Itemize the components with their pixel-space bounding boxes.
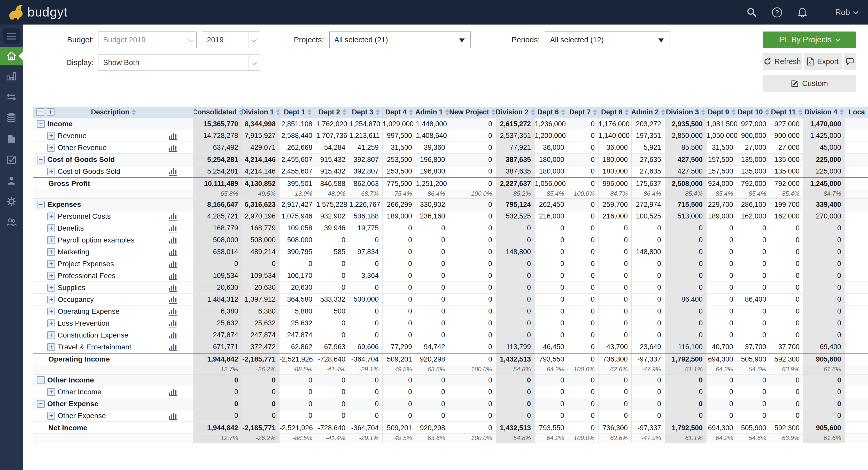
chart-icon[interactable] [168, 248, 178, 256]
column-header-dept-10[interactable]: Dept 10 [737, 107, 770, 118]
column-header-dept-11[interactable]: Dept 11 [770, 107, 803, 118]
chart-icon[interactable] [168, 331, 178, 340]
expand-icon[interactable]: + [47, 248, 55, 256]
sidebar-item-user[interactable] [0, 170, 23, 191]
column-header-dept-8[interactable]: Dept 8 [598, 107, 632, 118]
column-header-dept-7[interactable]: Dept 7 [568, 107, 598, 118]
sidebar-item-bar-chart[interactable] [0, 65, 23, 86]
chart-icon[interactable] [168, 212, 178, 221]
column-header-division-3[interactable]: Division 3 [665, 107, 707, 118]
column-header-division-4[interactable]: Division 4 [803, 107, 845, 118]
collapse-icon[interactable]: − [37, 156, 45, 163]
refresh-button[interactable]: Refresh [763, 53, 802, 70]
column-header-consolidated[interactable]: Consolidated [194, 107, 242, 118]
budget-year-select[interactable]: 2019 [202, 32, 260, 48]
sidebar-item-documents[interactable] [0, 128, 23, 149]
column-header-dept-6[interactable]: Dept 6 [535, 107, 568, 118]
row-other-revenue: +Other Revenue637,492429,071262,66854,28… [33, 142, 868, 154]
value-cell: 0 [803, 293, 845, 305]
expand-icon[interactable]: + [47, 284, 55, 291]
notifications-icon[interactable] [797, 7, 808, 18]
chart-icon[interactable] [168, 387, 178, 397]
user-menu[interactable]: Rob [835, 0, 858, 25]
chart-icon[interactable] [168, 143, 178, 152]
value-cell: 37,700 [770, 341, 803, 353]
column-header-admin-1[interactable]: Admin 1 [416, 107, 449, 118]
expand-icon[interactable]: + [47, 343, 55, 351]
value-cell [845, 317, 868, 329]
value-cell: 0 [665, 306, 707, 317]
display-select[interactable]: Show Both [98, 54, 260, 71]
column-header-dept-4[interactable]: Dept 4 [382, 107, 416, 118]
collapse-icon[interactable]: − [37, 400, 45, 408]
expand-icon[interactable]: + [47, 272, 55, 280]
expand-all-icon[interactable]: + [47, 108, 55, 116]
value-cell: 100.0% [449, 189, 496, 198]
expand-icon[interactable]: + [47, 319, 55, 327]
column-header-new-project[interactable]: New Project [449, 107, 496, 118]
value-cell: 0 [803, 270, 845, 281]
expand-icon[interactable]: + [47, 167, 55, 175]
value-cell: 0 [632, 222, 665, 234]
sidebar-item-users[interactable] [0, 212, 23, 233]
column-header-division-2[interactable]: Division 2 [496, 107, 535, 118]
expand-icon[interactable]: + [47, 213, 55, 220]
custom-button[interactable]: Custom [763, 75, 856, 92]
sidebar-item-transfers[interactable] [0, 86, 23, 107]
chart-icon[interactable] [168, 131, 178, 140]
chart-icon[interactable] [168, 307, 178, 316]
sidebar-item-database[interactable] [0, 107, 23, 128]
column-header-dept-1[interactable]: Dept 1 [280, 107, 316, 118]
sidebar-item-home[interactable] [0, 47, 23, 65]
collapse-all-icon[interactable]: − [36, 108, 44, 116]
sort-icon [731, 109, 736, 116]
chart-icon[interactable] [168, 224, 178, 233]
collapse-icon[interactable]: − [37, 120, 45, 128]
collapse-icon[interactable]: − [37, 201, 45, 209]
expand-icon[interactable]: + [47, 412, 55, 420]
chart-icon[interactable] [168, 283, 178, 292]
column-header-dept-9[interactable]: Dept 9 [707, 107, 737, 118]
budget-select[interactable]: Budget 2019 [98, 32, 196, 48]
column-header-dept-2[interactable]: Dept 2 [316, 107, 349, 118]
value-cell: 0 [349, 374, 382, 386]
column-header-loca[interactable]: Loca [845, 107, 868, 118]
expand-icon[interactable]: + [47, 144, 55, 152]
description-cell: +Construction Expense [33, 329, 194, 341]
expand-icon[interactable]: + [47, 132, 55, 140]
expand-icon[interactable]: + [47, 308, 55, 315]
menu-icon[interactable] [3, 28, 20, 44]
sidebar-item-approvals[interactable] [0, 149, 23, 170]
column-header-admin-2[interactable]: Admin 2 [632, 107, 665, 118]
expand-icon[interactable]: + [47, 224, 55, 232]
chart-icon[interactable] [168, 411, 178, 420]
search-icon[interactable] [746, 7, 757, 18]
chart-icon[interactable] [168, 343, 178, 351]
expand-icon[interactable]: + [47, 296, 55, 304]
brand-logo[interactable]: budgyt [7, 3, 68, 21]
chart-icon[interactable] [168, 167, 178, 176]
chart-icon[interactable] [168, 272, 178, 280]
help-icon[interactable]: ? [771, 7, 783, 18]
collapse-icon[interactable]: − [37, 376, 45, 384]
sidebar-item-settings[interactable] [0, 191, 23, 212]
export-button[interactable]: x Export [804, 53, 842, 70]
comments-button[interactable] [844, 53, 856, 70]
value-cell: 0 [665, 234, 707, 246]
expand-icon[interactable]: + [47, 236, 55, 244]
expand-icon[interactable]: + [47, 331, 55, 339]
expand-icon[interactable]: + [47, 260, 55, 268]
column-header-division-1[interactable]: Division 1 [242, 107, 280, 118]
expand-icon[interactable]: + [47, 388, 55, 396]
chart-icon[interactable] [168, 236, 178, 245]
view-selector-button[interactable]: PL By Projects [763, 32, 856, 48]
projects-multiselect[interactable]: All selected (21) [330, 32, 471, 48]
column-header-dept-3[interactable]: Dept 3 [349, 107, 382, 118]
chart-icon[interactable] [168, 259, 178, 268]
value-cell: 0 [496, 374, 535, 386]
row-other-income: +Other Income000000000000000000 [33, 386, 868, 398]
column-header-description[interactable]: −+Description [33, 107, 194, 118]
periods-multiselect[interactable]: All selected (12) [545, 32, 670, 48]
chart-icon[interactable] [168, 319, 178, 328]
chart-icon[interactable] [168, 295, 178, 304]
